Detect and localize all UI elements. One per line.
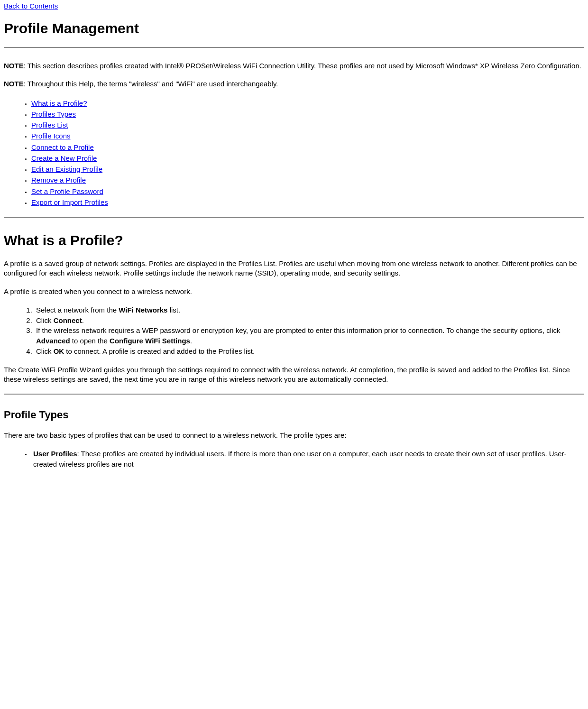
toc-link-remove-a-profile[interactable]: Remove a Profile (31, 176, 86, 184)
toc-link-profiles-types[interactable]: Profiles Types (31, 110, 76, 118)
toc-item: Create a New Profile (31, 153, 584, 164)
toc-link-connect-to-a-profile[interactable]: Connect to a Profile (31, 143, 94, 151)
note-text: : Throughout this Help, the terms "wirel… (24, 80, 278, 88)
paragraph: The Create WiFi Profile Wizard guides yo… (4, 365, 584, 385)
toc-item: Profiles List (31, 120, 584, 130)
toc-link-edit-an-existing-profile[interactable]: Edit an Existing Profile (31, 165, 102, 173)
list-item: User Profiles: These profiles are create… (31, 449, 584, 470)
page-title: Profile Management (4, 20, 584, 37)
toc-link-export-or-import-profiles[interactable]: Export or Import Profiles (31, 198, 108, 206)
note-label: NOTE (4, 80, 24, 88)
toc-item: Set a Profile Password (31, 186, 584, 197)
toc-item: What is a Profile? (31, 98, 584, 109)
paragraph: A profile is created when you connect to… (4, 287, 584, 296)
toc-item: Edit an Existing Profile (31, 164, 584, 175)
toc-link-set-a-profile-password[interactable]: Set a Profile Password (31, 187, 103, 195)
toc-link-profiles-list[interactable]: Profiles List (31, 121, 68, 129)
toc-item: Profiles Types (31, 109, 584, 120)
note-2: NOTE: Throughout this Help, the terms "w… (4, 79, 584, 89)
toc-list: What is a Profile? Profiles Types Profil… (4, 98, 584, 208)
note-label: NOTE (4, 62, 24, 70)
divider (4, 217, 584, 218)
heading-profile-types: Profile Types (4, 409, 584, 421)
paragraph: There are two basic types of profiles th… (4, 431, 584, 440)
divider (4, 394, 584, 395)
note-1: NOTE: This section describes profiles cr… (4, 61, 584, 71)
toc-item: Connect to a Profile (31, 142, 584, 153)
toc-link-create-a-new-profile[interactable]: Create a New Profile (31, 154, 97, 162)
profile-types-list: User Profiles: These profiles are create… (4, 449, 584, 470)
note-text: : This section describes profiles create… (24, 62, 581, 70)
back-to-contents-link[interactable]: Back to Contents (4, 2, 58, 10)
toc-item: Export or Import Profiles (31, 197, 584, 208)
heading-what-is-a-profile: What is a Profile? (4, 232, 584, 249)
step-item: Click Connect. (34, 315, 584, 326)
step-item: If the wireless network requires a WEP p… (34, 325, 584, 346)
divider (4, 47, 584, 48)
step-item: Click OK to connect. A profile is create… (34, 346, 584, 357)
steps-list: Select a network from the WiFi Networks … (4, 305, 584, 357)
step-item: Select a network from the WiFi Networks … (34, 305, 584, 315)
toc-link-what-is-a-profile[interactable]: What is a Profile? (31, 99, 87, 107)
toc-item: Profile Icons (31, 130, 584, 141)
toc-item: Remove a Profile (31, 175, 584, 185)
paragraph: A profile is a saved group of network se… (4, 259, 584, 278)
toc-link-profile-icons[interactable]: Profile Icons (31, 132, 71, 140)
